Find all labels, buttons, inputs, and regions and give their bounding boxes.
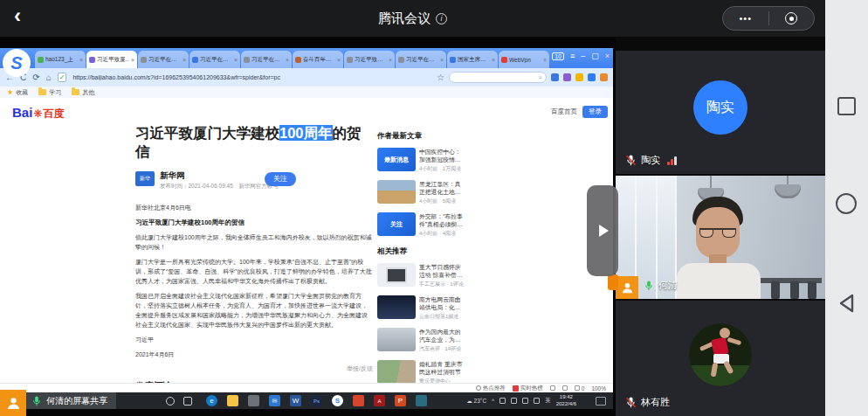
teal-app-icon[interactable] xyxy=(416,395,427,406)
tab-article-3[interactable]: 习近平在…× xyxy=(138,51,189,68)
favorites-icon[interactable] xyxy=(575,73,583,81)
article-meta: 汽车点评 · 14评论 xyxy=(419,345,466,353)
powerpoint-icon[interactable]: P xyxy=(395,395,406,406)
tab-count-badge[interactable]: 10 xyxy=(552,52,564,60)
tab-close-icon[interactable]: × xyxy=(440,57,444,63)
tab-close-icon[interactable]: × xyxy=(234,57,238,63)
acrobat-icon[interactable]: A xyxy=(374,395,385,406)
mail-icon[interactable]: ✉ xyxy=(269,395,280,406)
sidebar-toggle-icon[interactable] xyxy=(550,385,555,391)
translate-icon[interactable] xyxy=(551,73,559,81)
site-safety-icon[interactable]: ✓ xyxy=(58,73,67,82)
task-view-icon[interactable] xyxy=(183,397,192,406)
download-icon[interactable] xyxy=(600,73,608,81)
recents-icon[interactable] xyxy=(837,97,856,115)
hot-recommend-button[interactable]: 热点推荐 xyxy=(476,385,506,392)
panel-expand-handle[interactable] xyxy=(587,185,618,276)
tab-close-icon[interactable]: × xyxy=(492,57,495,63)
system-tray: ☁ 23°C ^ 英 19:422022/4/6 xyxy=(466,394,576,407)
reload-icon[interactable]: ⟳ xyxy=(32,73,39,82)
sidebar-article[interactable]: 南方电网云南曲靖供电局：化片区…云南日报第1频道 xyxy=(377,295,466,321)
minimize-icon[interactable]: – xyxy=(581,52,585,60)
article-thumbnail xyxy=(377,360,416,383)
tab-article-5[interactable]: 习近平在…× xyxy=(241,51,292,68)
mic-tray-icon[interactable] xyxy=(499,398,506,404)
tab-article-4[interactable]: 习近平在…× xyxy=(189,51,240,68)
maximize-icon[interactable]: ▢ xyxy=(591,52,599,60)
bookmark-study-folder[interactable]: 学习 xyxy=(38,88,61,97)
file-explorer-icon[interactable] xyxy=(227,395,238,406)
sidebar-article[interactable]: 婚礼踏青 重庆市民这样过清明节重庆爱游中心 xyxy=(377,360,466,383)
extension-icon[interactable] xyxy=(563,73,571,81)
bookmark-favorites[interactable]: ★收藏 xyxy=(7,88,28,97)
tab-hao123[interactable]: hao123_上× xyxy=(35,51,86,68)
sidebar-article[interactable]: 黑龙江垦区：真正把退化土地增效益4小时前 · 5阅读 xyxy=(377,180,466,205)
baidu-logo-latin: Bai xyxy=(12,105,32,120)
more-options-icon[interactable]: ••• xyxy=(723,13,768,24)
browser-tabs: hao123_上× 习近平致厦…× 习近平在…× 习近平在…× 习近平在…× 奋… xyxy=(35,51,550,68)
menu-icon[interactable]: ≡ xyxy=(570,52,575,60)
floating-widget[interactable] xyxy=(608,274,618,290)
sidebar-article[interactable]: 重大节日感怀庆活动 惊喜补偿等贺信…手工艺展示 · 1评论 xyxy=(377,263,466,288)
tab-close-icon[interactable]: × xyxy=(543,57,547,63)
bookmark-star-icon[interactable]: ☆ xyxy=(437,73,444,82)
red-app-icon[interactable] xyxy=(353,395,364,406)
tab-webvpn[interactable]: WebVpn× xyxy=(499,51,549,68)
minimize-capsule-icon[interactable] xyxy=(769,12,815,24)
home-icon[interactable] xyxy=(836,193,857,214)
calculator-icon[interactable] xyxy=(248,395,259,406)
bookmark-other-folder[interactable]: 其他 xyxy=(72,88,94,97)
tab-article-6[interactable]: 奋斗百年…× xyxy=(293,51,343,68)
participant-tile-heqing[interactable]: 何清 xyxy=(616,176,825,299)
tab-close-icon[interactable]: × xyxy=(337,57,341,63)
zoom-level[interactable]: 100% xyxy=(591,385,606,392)
sidebar-article[interactable]: 关注外交部：“布拉事件”真相必须彻查清…4小时前 · 4阅读 xyxy=(377,212,466,238)
network-icon[interactable] xyxy=(522,398,528,404)
tab-close-icon[interactable]: × xyxy=(286,57,289,63)
participant-tile-linyousheng[interactable]: 林有胜 xyxy=(616,301,825,416)
sidebar-article[interactable]: 作为国内最大的汽车企业，为什么这人…汽车点评 · 14评论 xyxy=(377,328,466,353)
article-paragraph: 我国已开启全面建设社会主义现代化国家新征程，希望厦门大学全面贯彻党的教育方针，坚… xyxy=(135,291,373,329)
sogou-taskbar-icon[interactable]: S xyxy=(332,395,343,406)
input-language[interactable]: 英 xyxy=(545,397,551,405)
weather-temp[interactable]: ☁ 23°C xyxy=(466,398,486,405)
tab-active-article[interactable]: 习近平致厦…× xyxy=(86,51,137,68)
volume-icon[interactable] xyxy=(534,398,540,404)
android-back-icon[interactable] xyxy=(836,292,858,318)
download-count[interactable]: 0 xyxy=(575,385,585,392)
participant-tile-taoshi[interactable]: 陶实 陶实 xyxy=(616,51,825,174)
toolbar-search-input[interactable]: ⌕ xyxy=(449,72,547,83)
tab-close-icon[interactable]: × xyxy=(183,57,186,63)
tray-expand-icon[interactable]: ^ xyxy=(492,398,494,404)
article-thumbnail xyxy=(377,295,416,319)
baidu-logo[interactable]: Bai ❋ 百度 xyxy=(12,105,64,121)
tab-close-icon[interactable]: × xyxy=(131,57,134,63)
reader-mode-icon[interactable] xyxy=(562,385,568,391)
sidebar-article[interactable]: 最新消息中国疾控中心：加强新冠疫情地区防人…4小时前 · 1万阅读 xyxy=(377,148,466,173)
follow-button[interactable]: 关注 xyxy=(265,172,296,186)
taskbar-clock[interactable]: 19:422022/4/6 xyxy=(556,394,576,407)
photoshop-icon[interactable]: Ps xyxy=(311,395,322,406)
info-icon[interactable]: i xyxy=(436,13,447,24)
report-feedback-link[interactable]: 举报/反馈 xyxy=(135,364,373,373)
word-icon[interactable]: W xyxy=(290,395,301,406)
edge-icon[interactable]: e xyxy=(206,395,217,406)
close-window-icon[interactable]: × xyxy=(605,52,610,60)
tab-close-icon[interactable]: × xyxy=(389,57,392,63)
tab-close-icon[interactable]: × xyxy=(79,57,83,63)
address-bar-url[interactable]: https://baijiahao.baidu.com/s?id=1696253… xyxy=(72,74,280,80)
battery-icon[interactable] xyxy=(511,398,517,404)
cortana-search-icon[interactable] xyxy=(166,397,175,406)
home-button-icon[interactable]: ⌂ xyxy=(46,73,52,82)
tab-article-9[interactable]: 国家主席…× xyxy=(447,51,498,68)
miniprogram-capsule: ••• xyxy=(722,6,815,31)
login-button[interactable]: 登录 xyxy=(582,106,608,118)
trending-button[interactable]: 实时热榜 xyxy=(513,385,543,392)
source-name[interactable]: 新华网 xyxy=(160,171,279,181)
tab-article-7[interactable]: 习近平致…× xyxy=(344,51,395,68)
screenshot-icon[interactable] xyxy=(588,73,596,81)
show-desktop-icon[interactable] xyxy=(596,397,606,406)
baidu-home-link[interactable]: 百度首页 xyxy=(551,107,577,116)
sogou-browser-logo[interactable]: S xyxy=(3,49,31,77)
tab-article-8[interactable]: 习近平在…× xyxy=(396,51,446,68)
